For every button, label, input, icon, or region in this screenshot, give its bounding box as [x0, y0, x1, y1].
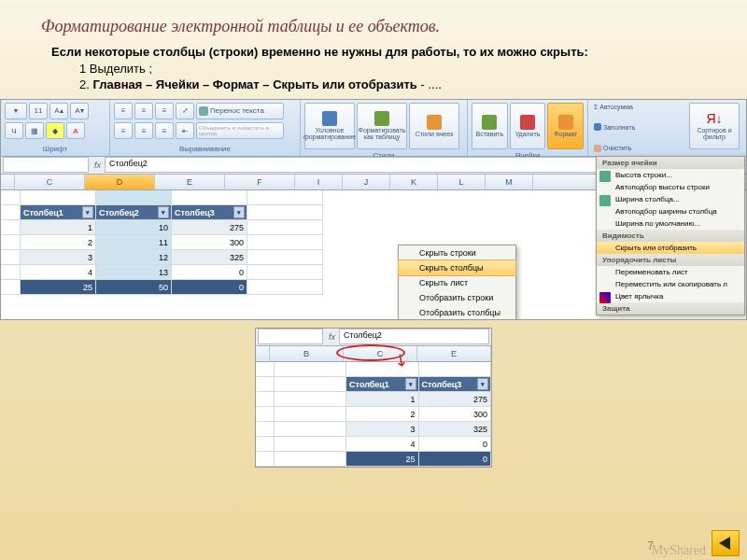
col-l[interactable]: L: [438, 175, 486, 189]
col-d[interactable]: D: [85, 175, 155, 189]
align-bot[interactable]: ≡: [155, 103, 174, 119]
formula-input-2[interactable]: Столбец2: [339, 329, 489, 344]
grid: Столбец1 Столбец2 Столбец3 110275 211300…: [1, 190, 746, 295]
prev-slide-button[interactable]: [712, 530, 740, 556]
align-top[interactable]: ≡: [114, 103, 133, 119]
col-j[interactable]: J: [343, 175, 390, 189]
font-color[interactable]: A: [66, 122, 85, 139]
align-c[interactable]: ≡: [134, 122, 153, 139]
indent[interactable]: ⇤: [176, 122, 194, 139]
fx-icon[interactable]: fx: [91, 161, 105, 170]
grow-font[interactable]: A▴: [49, 103, 68, 119]
unhide-cols[interactable]: Отобразить столбцы: [399, 305, 515, 320]
fx-icon-2: fx: [325, 332, 339, 342]
ribbon: ▾ 11 A▴ A▾ Ч ▦ ◆ A Шрифт ≡ ≡ ≡ ⤢ Перенос…: [1, 100, 746, 157]
merge[interactable]: Объединить и поместить в центре: [196, 122, 284, 139]
align-mid[interactable]: ≡: [134, 103, 153, 119]
insert-btn[interactable]: Вставить: [472, 103, 508, 149]
col-i[interactable]: I: [295, 175, 343, 189]
fill-btn[interactable]: Заполнить: [592, 122, 682, 132]
name-box[interactable]: [3, 157, 89, 173]
excel-screenshot-main: ▾ 11 A▴ A▾ Ч ▦ ◆ A Шрифт ≡ ≡ ≡ ⤢ Перенос…: [0, 99, 747, 320]
fill-color[interactable]: ◆: [46, 122, 64, 139]
col-c[interactable]: C: [15, 175, 85, 189]
col-f[interactable]: F: [225, 175, 295, 189]
watermark: MyShared: [652, 543, 706, 558]
border[interactable]: ▦: [25, 122, 44, 139]
hide-cols[interactable]: Скрыть столбцы: [398, 259, 516, 276]
align-l[interactable]: ≡: [114, 122, 133, 139]
underline[interactable]: Ч: [5, 122, 23, 139]
hide-submenu: Скрыть строки Скрыть столбцы Скрыть лист…: [398, 245, 516, 320]
hide-rows[interactable]: Скрыть строки: [399, 245, 515, 260]
col-m[interactable]: M: [486, 175, 533, 189]
format-as-table[interactable]: Форматировать как таблицу: [357, 103, 407, 149]
unhide-rows[interactable]: Отобразить строки: [399, 290, 515, 305]
align-r[interactable]: ≡: [155, 122, 174, 139]
format-btn[interactable]: Формат: [547, 103, 584, 149]
clear-btn[interactable]: Очистить: [592, 144, 682, 153]
name-box-2[interactable]: [258, 329, 323, 344]
delete-btn[interactable]: Удалить: [510, 103, 546, 149]
wrap-text[interactable]: Перенос текста: [196, 103, 284, 119]
col-e[interactable]: E: [155, 175, 225, 189]
hide-sheet[interactable]: Скрыть лист: [399, 275, 515, 290]
row-height[interactable]: Высота строки...: [597, 169, 744, 181]
font-dropdown[interactable]: ▾: [5, 103, 27, 119]
slide-title: Форматирование электронной таблицы и ее …: [0, 0, 747, 44]
autosum[interactable]: Σ Автосумма: [592, 103, 682, 111]
shrink-font[interactable]: A▾: [70, 103, 89, 119]
orient[interactable]: ⤢: [176, 103, 194, 119]
cell-styles[interactable]: Стили ячеек: [409, 103, 459, 149]
col-k[interactable]: K: [390, 175, 438, 189]
excel-screenshot-result: fx Столбец2 B C E ↘ Столбец1Столбец3 127…: [255, 328, 492, 468]
cond-format[interactable]: Условное форматирование: [304, 103, 355, 149]
sort-filter[interactable]: Я↓Сортиров и фильтр: [689, 103, 740, 149]
instruction-text: Если некоторые столбцы (строки) временно…: [0, 44, 747, 99]
font-size[interactable]: 11: [29, 103, 48, 119]
